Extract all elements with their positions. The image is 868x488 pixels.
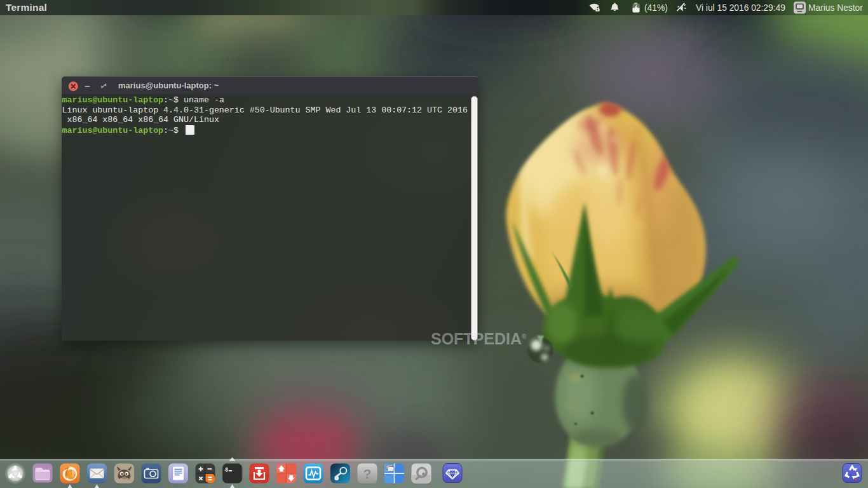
svg-text:Vi iul 15 2016 02:29:49: Vi iul 15 2016 02:29:49 [696,3,785,13]
svg-text:$: $ [225,467,229,473]
svg-text:?: ? [363,466,372,481]
svg-text:Marius Nestor: Marius Nestor [808,3,863,13]
svg-text:(41%): (41%) [644,3,668,13]
